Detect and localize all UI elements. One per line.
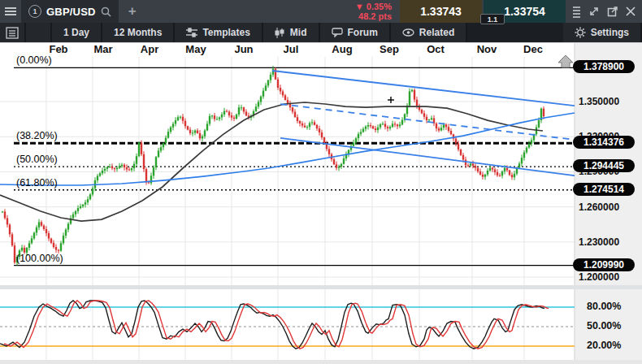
chart-horizontal-scrollbar[interactable]	[0, 360, 642, 364]
scroll-to-latest-marker[interactable]	[558, 55, 573, 67]
chart-area[interactable]: FebMarAprMayJunJulAugSepOctNovDec(0.00%)…	[0, 42, 642, 364]
grid-icon	[32, 27, 45, 39]
grid-layout-button[interactable]	[26, 23, 50, 42]
candlestick-icon	[275, 28, 285, 38]
stochastic-panel	[0, 301, 575, 349]
range-label: 12 Months	[114, 27, 162, 38]
change-percent: 0.35%	[367, 2, 392, 11]
settings-button[interactable]: Settings	[563, 23, 640, 42]
timeframe-button[interactable]: 1 Day	[52, 23, 101, 42]
stochastic-k-line	[0, 301, 544, 349]
eye-icon	[402, 28, 414, 37]
chart-toolbar: 1 Day 12 Months Templates Mid Forum Rela…	[0, 23, 642, 43]
popout-icon[interactable]	[607, 6, 618, 17]
chart-markers	[388, 55, 573, 103]
depth-lines-icon[interactable]	[572, 6, 581, 18]
trendline-2[interactable]	[280, 104, 575, 140]
sell-price-button[interactable]: 1.33743	[400, 0, 482, 23]
templates-button[interactable]: Templates	[175, 23, 261, 42]
sliders-icon	[186, 28, 197, 37]
candlestick-series	[2, 66, 544, 266]
settings-label: Settings	[591, 27, 629, 38]
symbol-label: GBP/USD	[46, 6, 96, 18]
price-change-block: ▼ 0.35% 48.2 pts	[355, 0, 397, 23]
timeframe-label: 1 Day	[63, 27, 89, 38]
chart-canvas[interactable]	[0, 42, 642, 364]
stochastic-d-line	[4, 301, 549, 349]
top-bar: 1 GBP/USD + ▼ 0.35% 48.2 pts 1.33743 1.3…	[0, 0, 642, 23]
forum-label: Forum	[348, 27, 378, 38]
tab-number-badge: 1	[28, 5, 41, 18]
add-tab-button[interactable]: +	[119, 0, 146, 23]
templates-label: Templates	[202, 27, 249, 38]
down-triangle-icon: ▼	[355, 2, 364, 11]
panel-divider[interactable]	[0, 285, 642, 289]
list-view-button[interactable]	[0, 23, 24, 42]
range-button[interactable]: 12 Months	[102, 23, 173, 42]
search-icon[interactable]	[101, 6, 111, 17]
spread-badge: 1.1	[480, 14, 505, 24]
toolbar-spacer	[467, 23, 562, 42]
trendline-1[interactable]	[272, 71, 575, 106]
chart-type-label: Mid	[290, 27, 307, 38]
related-label: Related	[419, 27, 454, 38]
close-icon[interactable]	[626, 6, 635, 16]
list-icon	[6, 27, 19, 39]
change-points: 48.2 pts	[355, 11, 392, 21]
expand-icon[interactable]	[588, 6, 600, 17]
menu-button[interactable]	[0, 0, 21, 23]
related-button[interactable]: Related	[391, 23, 466, 42]
window-controls	[566, 0, 642, 23]
gear-icon	[575, 27, 586, 38]
chart-type-button[interactable]: Mid	[263, 23, 319, 42]
speech-bubble-icon	[332, 28, 343, 37]
tab-gbpusd[interactable]: 1 GBP/USD	[21, 0, 119, 23]
hamburger-icon	[4, 6, 17, 17]
forum-button[interactable]: Forum	[320, 23, 389, 42]
